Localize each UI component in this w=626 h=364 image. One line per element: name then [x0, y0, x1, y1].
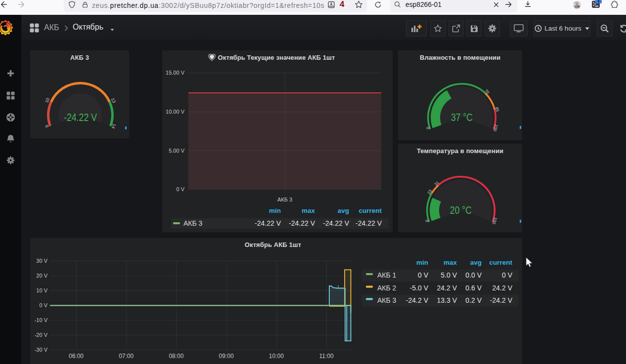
- svg-text:24.2 V: 24.2 V: [437, 284, 457, 292]
- svg-text:avg: avg: [470, 259, 482, 266]
- svg-text:24.2 V: 24.2 V: [492, 284, 513, 292]
- svg-text:07:00: 07:00: [119, 353, 134, 360]
- svg-text:-24.22 V: -24.22 V: [323, 219, 350, 227]
- svg-text:0 V: 0 V: [176, 186, 184, 192]
- svg-text:0 V: 0 V: [39, 302, 47, 308]
- svg-text:max: max: [444, 259, 457, 266]
- svg-text:max: max: [302, 207, 315, 214]
- svg-text:5.00 V: 5.00 V: [169, 148, 184, 154]
- svg-text:06:00: 06:00: [69, 353, 84, 360]
- svg-text:-5.0 V: -5.0 V: [410, 284, 429, 292]
- svg-text:08:00: 08:00: [169, 353, 183, 360]
- svg-text:АКБ 3: АКБ 3: [183, 219, 203, 227]
- svg-text:100: 100: [492, 124, 499, 132]
- svg-text:-20 V: -20 V: [35, 332, 48, 338]
- svg-text:20 °C: 20 °C: [450, 204, 472, 216]
- svg-text:15.00 V: 15.00 V: [166, 70, 185, 76]
- svg-text:09:00: 09:00: [219, 353, 234, 360]
- svg-text:АКБ 2: АКБ 2: [377, 284, 397, 292]
- svg-text:11:00: 11:00: [319, 353, 333, 360]
- svg-text:-24.22 V: -24.22 V: [356, 219, 382, 227]
- svg-text:30 V: 30 V: [36, 258, 47, 264]
- svg-text:current: current: [358, 207, 382, 214]
- svg-text:АКБ 1: АКБ 1: [377, 271, 397, 279]
- svg-text:85: 85: [494, 107, 500, 113]
- svg-text:avg: avg: [338, 207, 349, 214]
- svg-text:-24.22 V: -24.22 V: [64, 111, 97, 123]
- svg-text:70: 70: [484, 88, 491, 95]
- svg-text:9: 9: [45, 124, 50, 128]
- svg-text:0 V: 0 V: [418, 271, 429, 279]
- svg-text:5.0 V: 5.0 V: [441, 271, 457, 279]
- svg-text:-24.2 V: -24.2 V: [490, 296, 513, 304]
- svg-text:20 V: 20 V: [36, 273, 47, 279]
- svg-text:-10 V: -10 V: [35, 317, 48, 323]
- svg-text:10.00 V: 10.00 V: [166, 109, 185, 115]
- svg-text:АКБ 3: АКБ 3: [377, 296, 397, 304]
- svg-text:0.6 V: 0.6 V: [465, 284, 482, 292]
- svg-text:min: min: [269, 207, 281, 214]
- svg-text:-24.2 V: -24.2 V: [406, 296, 429, 304]
- svg-text:-30 V: -30 V: [35, 347, 48, 353]
- svg-text:АКБ 3: АКБ 3: [277, 197, 292, 202]
- svg-text:10:00: 10:00: [269, 353, 284, 360]
- svg-text:31: 31: [433, 180, 440, 187]
- svg-text:min: min: [416, 259, 428, 266]
- svg-text:current: current: [489, 259, 512, 266]
- svg-text:0.2 V: 0.2 V: [465, 296, 482, 304]
- svg-text:13.3 V: 13.3 V: [437, 296, 457, 304]
- svg-text:100: 100: [492, 217, 498, 225]
- svg-text:0.0 V: 0.0 V: [465, 271, 482, 279]
- svg-text:37 °C: 37 °C: [451, 111, 473, 123]
- svg-text:0 V: 0 V: [502, 271, 513, 279]
- svg-text:10 V: 10 V: [36, 287, 47, 293]
- svg-text:-24.22 V: -24.22 V: [289, 219, 315, 227]
- svg-text:-24.22 V: -24.22 V: [255, 219, 281, 227]
